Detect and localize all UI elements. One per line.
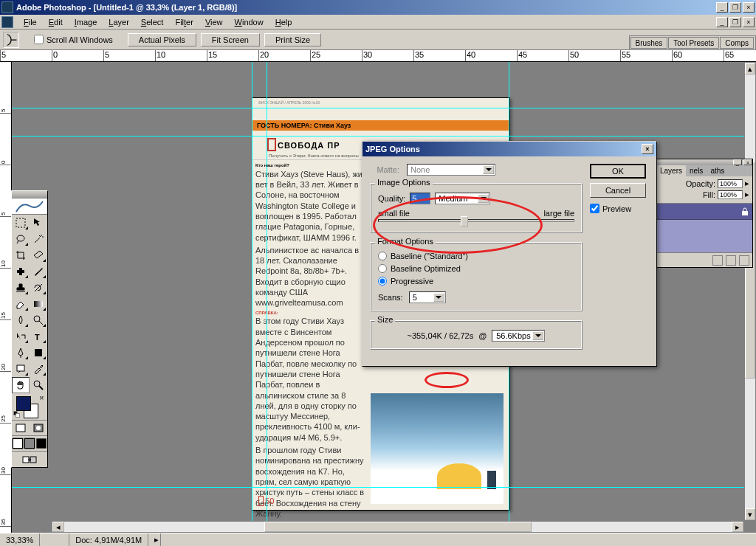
scroll-right-button[interactable]: ▸ [732,522,743,532]
print-size-button[interactable]: Print Size [264,33,321,46]
quickmask-mode-icon[interactable] [30,421,47,435]
panel-minimize[interactable]: _ [733,159,742,165]
default-colors-icon[interactable] [13,411,21,418]
scans-select[interactable]: 5 [409,291,446,303]
toolbox-grip[interactable] [12,191,47,198]
crop-tool[interactable] [12,247,30,263]
menu-image[interactable]: Image [69,16,103,28]
screen-full-icon[interactable] [35,436,47,451]
wand-tool[interactable] [30,231,47,247]
quality-label: Quality: [378,194,405,203]
jump-to-imageready[interactable] [12,451,47,467]
tab-layers[interactable]: Layers [656,165,686,176]
standard-mode-icon[interactable] [12,421,30,435]
minimize-button[interactable]: _ [716,2,728,13]
scroll-thumb[interactable] [264,522,532,532]
panel-close[interactable]: × [743,159,752,165]
close-button[interactable]: × [743,2,755,13]
scrollbar-horizontal[interactable]: ◂ ▸ [52,521,744,533]
quality-preset-select[interactable]: Medium [435,193,490,204]
blur-tool[interactable] [12,312,30,328]
tab-channels[interactable]: nels [686,165,707,176]
connection-speed-select[interactable]: 56.6Kbps [492,330,545,342]
quality-slider[interactable] [378,219,574,222]
doc-icon[interactable] [1,16,13,28]
stamp-tool[interactable] [12,280,30,296]
menu-window[interactable]: Window [229,16,269,28]
scrollbar-vertical[interactable]: ▴ ▾ [744,62,756,521]
baseline-optimized-radio[interactable]: Baseline Optimized [378,264,574,273]
healing-tool[interactable] [12,263,30,280]
dock-tab-brushes[interactable]: Brushes [630,37,668,49]
actual-pixels-button[interactable]: Actual Pixels [128,33,196,46]
quality-input[interactable]: 5 [410,193,430,204]
ok-button[interactable]: OK [590,164,646,179]
menu-view[interactable]: View [199,16,229,28]
dialog-close-button[interactable]: × [642,144,653,154]
lasso-tool[interactable] [12,231,30,247]
panel-icon[interactable] [739,255,749,266]
zoom-level[interactable]: 33,33% [0,533,40,546]
scans-label: Scans: [378,293,403,302]
dialog-titlebar[interactable]: JPEG Options × [362,142,656,156]
preview-checkbox[interactable]: Preview [590,204,649,213]
type-tool[interactable]: T [30,328,47,345]
panel-icon[interactable] [726,255,736,266]
doc-size[interactable]: Doc: 4,91M/4,91M [69,533,148,546]
menu-help[interactable]: Help [269,16,298,28]
dodge-tool[interactable] [30,312,47,328]
screen-standard-icon[interactable] [12,436,24,451]
layer-row[interactable] [656,204,752,220]
current-tool-icon[interactable] [3,32,19,48]
doc-close-button[interactable]: × [743,17,755,27]
baseline-standard-radio[interactable]: Baseline ("Standard") [378,252,574,260]
move-tool[interactable] [30,215,47,231]
marquee-tool[interactable] [12,215,30,231]
swap-colors-icon[interactable]: ⤱ [39,395,44,401]
tab-paths[interactable]: aths [707,165,728,176]
brush-tool[interactable] [30,263,47,280]
svg-rect-16 [23,457,29,463]
slider-thumb[interactable] [461,216,468,227]
matte-select[interactable]: None [407,164,495,176]
ruler-horizontal[interactable]: 50 510 1520 2530 3540 4550 5560 6570 [0,50,756,62]
path-tool[interactable] [12,328,30,345]
doc-minimize-button[interactable]: _ [716,17,728,27]
notes-tool[interactable] [12,361,30,377]
layer-list[interactable] [656,204,752,252]
menu-layer[interactable]: Layer [103,16,135,28]
foreground-color[interactable] [16,396,31,411]
app-icon [1,1,13,13]
dock-tab-comps[interactable]: Comps [720,37,754,49]
gradient-tool[interactable] [30,296,47,312]
ruler-vertical[interactable]: 50 510 1520 2530 3540 [0,62,12,533]
svg-rect-18 [742,211,748,215]
scroll-down-button[interactable]: ▾ [745,508,755,520]
screen-menubar-icon[interactable] [24,436,35,451]
panel-grip[interactable]: _× [656,159,752,165]
dock-tab-tool-presets[interactable]: Tool Presets [668,37,719,49]
cancel-button[interactable]: Cancel [590,183,646,198]
maximize-button[interactable]: ❐ [729,2,741,13]
panel-icon[interactable] [712,255,723,266]
zoom-tool[interactable] [30,377,47,393]
fit-screen-button[interactable]: Fit Screen [201,33,260,46]
doc-restore-button[interactable]: ❐ [729,17,741,27]
pen-tool[interactable] [12,345,30,361]
slice-tool[interactable] [30,247,47,263]
scroll-all-checkbox[interactable]: Scroll All Windows [34,35,113,44]
scroll-left-button[interactable]: ◂ [52,522,64,532]
menu-file[interactable]: File [18,16,43,28]
eyedropper-tool[interactable] [30,361,47,377]
lock-icon [740,207,749,216]
hand-tool[interactable] [12,377,30,393]
menu-filter[interactable]: Filter [169,16,199,28]
history-brush-tool[interactable] [30,280,47,296]
menu-select[interactable]: Select [135,16,170,28]
menu-edit[interactable]: Edit [43,16,69,28]
progressive-radio[interactable]: Progressive [378,277,574,286]
shape-tool[interactable] [30,345,47,361]
eraser-tool[interactable] [12,296,30,312]
format-options-group: Format Options Baseline ("Standard") Bas… [370,242,583,311]
scroll-up-button[interactable]: ▴ [745,63,755,75]
